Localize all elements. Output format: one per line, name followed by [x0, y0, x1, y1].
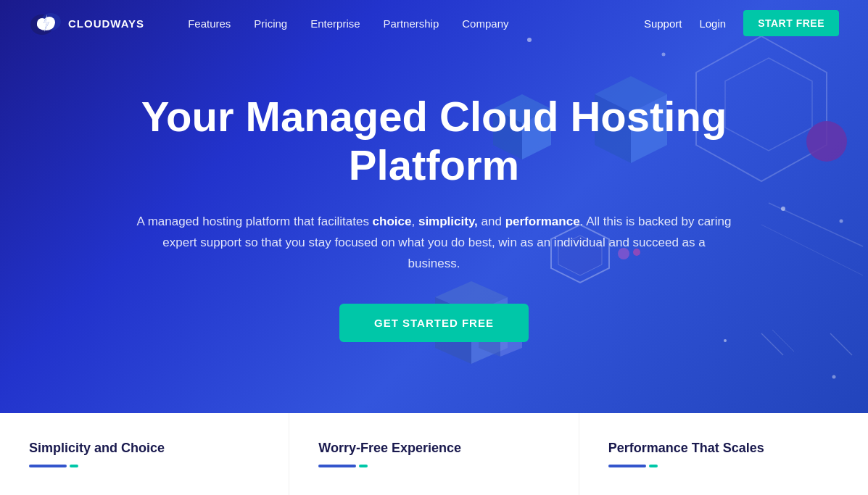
subtitle-before: A managed hosting platform that facilita…: [137, 215, 373, 228]
subtitle-comma: ,: [411, 215, 415, 228]
card-performance-title: Performance That Scales: [608, 441, 839, 456]
subtitle-choice: choice: [373, 215, 412, 228]
card-worry-free-title: Worry-Free Experience: [318, 441, 549, 456]
card-simplicity: Simplicity and Choice: [0, 413, 289, 495]
svg-point-26: [662, 53, 666, 57]
login-link[interactable]: Login: [699, 17, 726, 30]
card-simplicity-title: Simplicity and Choice: [29, 441, 260, 456]
bar-blue-2: [318, 465, 356, 467]
bar-teal-2: [359, 465, 368, 467]
svg-point-33: [806, 121, 847, 162]
svg-point-28: [840, 220, 843, 223]
svg-point-27: [781, 207, 785, 211]
logo-icon: [29, 9, 62, 38]
nav-company[interactable]: Company: [462, 17, 508, 30]
nav-links: Features Pricing Enterprise Partnership …: [188, 17, 644, 30]
card-performance-bar: [608, 465, 839, 467]
subtitle-simplicity: simplicity,: [418, 215, 478, 228]
support-link[interactable]: Support: [644, 17, 682, 30]
svg-line-34: [761, 333, 783, 355]
nav-partnership[interactable]: Partnership: [384, 17, 439, 30]
logo-link[interactable]: CLOUDWAYS: [29, 9, 144, 38]
card-simplicity-bar: [29, 465, 260, 467]
start-free-button[interactable]: START FREE: [743, 10, 839, 36]
bar-blue-1: [29, 465, 67, 467]
nav-right: Support Login START FREE: [644, 10, 839, 36]
bar-teal-3: [649, 465, 658, 467]
bar-teal-1: [70, 465, 78, 467]
hero-title: Your Managed Cloud Hosting Platform: [137, 93, 732, 189]
card-worry-free-bar: [318, 465, 549, 467]
nav-enterprise[interactable]: Enterprise: [310, 17, 360, 30]
get-started-button[interactable]: GET STARTED FREE: [339, 304, 529, 342]
logo-text: CLOUDWAYS: [68, 17, 144, 30]
svg-line-36: [830, 333, 852, 355]
svg-line-24: [761, 225, 863, 275]
hero-subtitle: A managed hosting platform that facilita…: [137, 212, 732, 275]
card-performance: Performance That Scales: [579, 413, 868, 495]
subtitle-performance: performance: [505, 215, 580, 228]
svg-line-35: [772, 330, 794, 352]
hero-content: Your Managed Cloud Hosting Platform A ma…: [108, 93, 761, 341]
svg-line-23: [769, 203, 863, 246]
bar-blue-3: [608, 465, 646, 467]
nav-features[interactable]: Features: [188, 17, 231, 30]
nav-pricing[interactable]: Pricing: [254, 17, 287, 30]
subtitle-and: and: [478, 215, 505, 228]
cards-section: Simplicity and Choice Worry-Free Experie…: [0, 413, 868, 495]
hero-section: Your Managed Cloud Hosting Platform A ma…: [0, 0, 868, 413]
card-worry-free: Worry-Free Experience: [289, 413, 579, 495]
navbar: CLOUDWAYS Features Pricing Enterprise Pa…: [0, 0, 868, 46]
svg-point-30: [832, 375, 836, 379]
